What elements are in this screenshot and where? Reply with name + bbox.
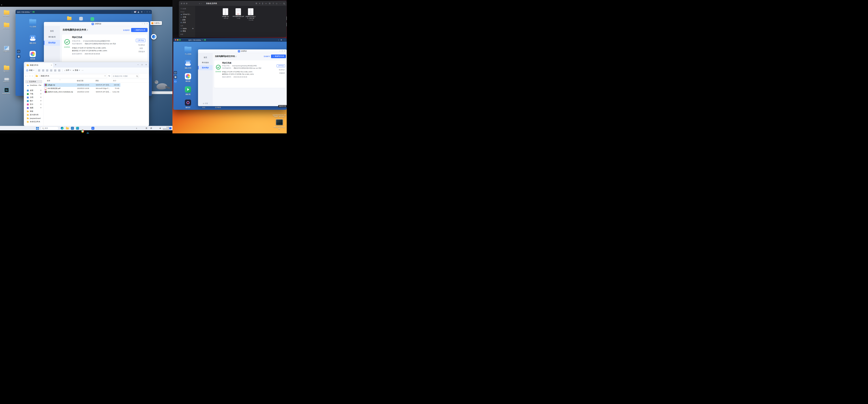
session-monitor-button[interactable] <box>17 50 20 53</box>
edge-browser-icon[interactable] <box>61 127 64 130</box>
minimize-traffic-light[interactable] <box>183 3 185 4</box>
view-list-icon[interactable]: ≡ <box>259 3 260 4</box>
column-date-modified[interactable]: 修改日期 <box>77 79 83 83</box>
forward-button[interactable]: › <box>201 2 202 5</box>
session-active-button[interactable] <box>174 80 177 83</box>
up-button[interactable]: ↑ <box>32 75 33 77</box>
view-columns-icon[interactable]: ∥ <box>262 3 263 4</box>
nav-two-way-sync[interactable]: 双向同步 <box>198 65 213 70</box>
chevron-down-icon[interactable]: ˅ <box>104 75 105 77</box>
session-apps-button[interactable] <box>174 76 177 79</box>
close-button[interactable]: × <box>146 64 147 66</box>
minimize-button[interactable]: − <box>142 23 143 25</box>
column-name[interactable]: 名称 <box>47 79 50 83</box>
column-size[interactable]: 大小 <box>113 79 116 83</box>
back-button[interactable]: ‹ <box>199 2 200 5</box>
sort-button[interactable]: ↕ 排序 ˅ <box>64 69 71 71</box>
nav-two-way-sync[interactable]: 双向同步 <box>44 40 60 46</box>
share-icon[interactable]: ⇧ <box>273 3 274 4</box>
paste-icon[interactable] <box>46 69 48 71</box>
app-music[interactable]: 极音乐 <box>182 99 194 109</box>
taskbar-search-input[interactable] <box>44 127 56 129</box>
sidebar-network[interactable]: ⊕网络 <box>181 30 194 33</box>
cancel-sync-link[interactable]: 取消同步 <box>279 69 285 71</box>
chrome-icon[interactable] <box>81 130 84 133</box>
app-personal-space[interactable]: 个人空间 <box>27 20 39 28</box>
sidebar-disk-lalala[interactable]: ▭lalala⏏ <box>181 27 194 30</box>
app-movies[interactable]: 极影视 <box>182 86 194 96</box>
finder-file-platform-tools-zip[interactable]: ZIP platform-tools_r3...ows.zip ↑5.6 MB <box>245 8 256 21</box>
close-button[interactable]: × <box>147 23 148 25</box>
sidebar-onedrive[interactable]: ☁OneDrive - Per <box>25 83 42 87</box>
refresh-button[interactable]: ↻ <box>108 75 110 77</box>
settings-button[interactable]: ⚙ 设置 <box>198 103 213 105</box>
desktop-jpeg-label[interactable]: WechatIMG500.jp eg <box>274 126 285 129</box>
nav-home[interactable]: 首页 <box>44 28 60 34</box>
more-icon[interactable]: ··· <box>279 3 281 4</box>
maximize-button[interactable]: □ <box>142 64 143 66</box>
recent-locations-button[interactable]: ˅ <box>29 75 30 77</box>
sidebar-documents[interactable]: ▭文稿 <box>181 16 194 19</box>
share-icon[interactable] <box>54 69 56 71</box>
breadcrumb-bar[interactable]: › 新建文件夹 ˅ <box>34 74 107 78</box>
sidebar-icloud-drive[interactable]: ☁iCloud 云... <box>181 13 194 16</box>
remote-desktop-folder-icon[interactable] <box>67 17 71 20</box>
remote-desktop-file-icon[interactable] <box>79 17 83 21</box>
zoom-traffic-light[interactable] <box>179 39 181 40</box>
cut-icon[interactable] <box>38 69 40 71</box>
explorer-search-box[interactable] <box>112 74 139 78</box>
sidebar-videos[interactable]: 视频 <box>25 106 42 110</box>
app-photo-album[interactable]: 极相册 <box>182 73 194 83</box>
mail-icon[interactable] <box>134 11 136 12</box>
search-icon[interactable] <box>283 3 285 4</box>
resize-icon[interactable]: ↕ <box>131 11 132 13</box>
desktop-icon-onlyoffice[interactable]: onlyoffice... <box>1 10 12 17</box>
ime-pinyin-badge[interactable]: 拼 <box>150 127 152 129</box>
remote-desktop-app-icon[interactable] <box>91 17 94 21</box>
remote-dock-file-collect[interactable]: 文件收集 <box>213 107 223 109</box>
file-row-adbgjb-zip[interactable]: adbgjb.zip 2023/5/24 10:43 WinRAR ZIP 压缩… <box>44 83 120 87</box>
view-version-link[interactable]: 查看版本 <box>138 51 145 53</box>
notification-badge[interactable] <box>169 127 172 129</box>
tab-strip-plus-button[interactable]: + <box>1 4 2 6</box>
close-traffic-light[interactable] <box>181 3 182 4</box>
zoom-traffic-light[interactable] <box>186 3 187 4</box>
close-button[interactable]: × <box>284 50 285 52</box>
remote-title-bar[interactable]: Q2C-YI9I-8330a ˅ ↕ ⊞ ··· <box>173 38 287 42</box>
sidebar-folder-paidaxing[interactable]: 派大星专用 <box>25 113 42 117</box>
app-personal-space[interactable]: 个人空间 <box>182 47 194 55</box>
explorer-tab[interactable]: 新建文件夹 × <box>25 63 53 67</box>
sidebar-documents[interactable]: 文档 <box>25 96 42 99</box>
new-button[interactable]: 新建 ˅ <box>26 69 34 71</box>
desktop-icon-dgcmctc[interactable]: dgcmctc... <box>1 66 12 72</box>
nav-one-way-backup[interactable]: 单向备份 <box>44 34 60 40</box>
ime-english-badge[interactable]: 英 <box>146 127 147 129</box>
finder-title-bar[interactable]: ‹ › 未命名文件夹 ⊞ ≡ ∥ ▭ ⊟ ⇧ ◇ ··· <box>179 1 286 6</box>
taskbar-search[interactable] <box>40 126 59 130</box>
sidebar-shared[interactable]: ⊟共享 <box>181 21 194 24</box>
faq-link[interactable]: 疑难解答 <box>123 29 130 31</box>
cancel-sync-link[interactable]: 取消同步 <box>138 44 145 46</box>
settings-gear-icon[interactable]: ⚙ <box>141 11 143 13</box>
maximize-button[interactable]: □ <box>282 50 283 52</box>
wechat-image-thumbnail[interactable] <box>276 119 283 125</box>
dropdown-caret-icon[interactable]: ˅ <box>30 11 31 13</box>
close-button[interactable]: × <box>149 11 150 13</box>
app-team-space[interactable]: 团队空间 <box>27 35 39 45</box>
file-row-platform-tools-zip[interactable]: platform-tools_r33.0.3-windows.zip 2023/… <box>44 90 120 94</box>
app-team-space[interactable]: 团队空间 <box>182 60 194 69</box>
tags-icon[interactable]: ◇ <box>276 3 277 4</box>
store-app-icon[interactable] <box>71 127 74 130</box>
start-now-button[interactable]: 立即开始 <box>136 39 145 42</box>
taskbar-clock[interactable]: 2:31 2023/5/26 <box>161 126 169 130</box>
pinned-app-icon[interactable] <box>76 127 79 130</box>
sidebar-folder-cesu[interactable]: 测速 <box>25 110 42 113</box>
delete-icon[interactable] <box>58 69 60 71</box>
zspace-client-icon[interactable]: Z <box>91 127 94 130</box>
nav-home[interactable]: 首页 <box>198 55 213 60</box>
sidebar-home[interactable]: ⌂主文件夹 <box>25 80 42 83</box>
more-options-button[interactable]: ··· <box>82 69 84 71</box>
close-traffic-light[interactable] <box>175 39 176 40</box>
desktop-icon-imagini[interactable]: Imagini d... <box>1 46 12 52</box>
minimize-button[interactable]: − <box>137 64 138 66</box>
